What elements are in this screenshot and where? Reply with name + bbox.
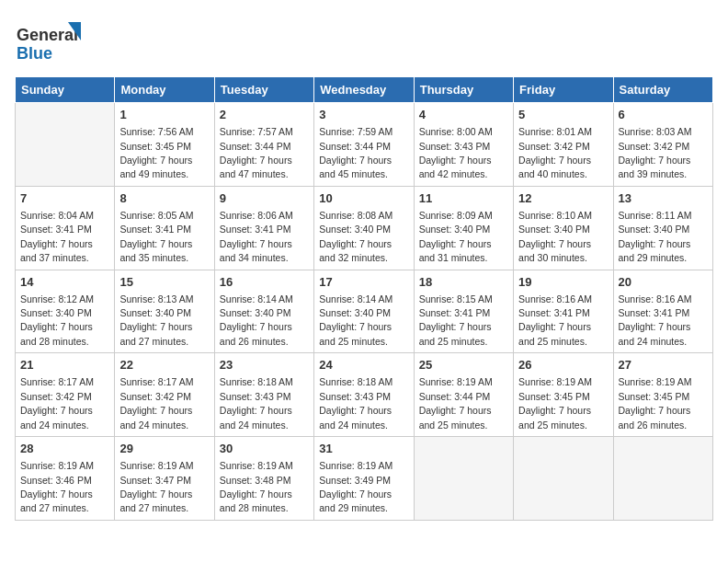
day-info: Sunrise: 7:59 AMSunset: 3:44 PMDaylight:… bbox=[319, 126, 392, 179]
week-row-4: 21 Sunrise: 8:17 AMSunset: 3:42 PMDaylig… bbox=[16, 353, 713, 437]
day-info: Sunrise: 8:16 AMSunset: 3:41 PMDaylight:… bbox=[619, 293, 692, 347]
day-number: 18 bbox=[419, 274, 508, 291]
day-info: Sunrise: 7:56 AMSunset: 3:45 PMDaylight:… bbox=[119, 126, 193, 179]
calendar-table: SundayMondayTuesdayWednesdayThursdayFrid… bbox=[15, 76, 713, 521]
calendar-cell: 19 Sunrise: 8:16 AMSunset: 3:41 PMDaylig… bbox=[514, 270, 613, 353]
day-number: 15 bbox=[119, 274, 209, 291]
day-number: 20 bbox=[619, 274, 708, 291]
calendar-cell: 13 Sunrise: 8:11 AMSunset: 3:40 PMDaylig… bbox=[613, 186, 712, 270]
day-number: 22 bbox=[119, 357, 209, 373]
calendar-cell: 6 Sunrise: 8:03 AMSunset: 3:42 PMDayligh… bbox=[613, 103, 712, 187]
day-info: Sunrise: 7:57 AMSunset: 3:44 PMDaylight:… bbox=[220, 126, 293, 179]
day-number: 19 bbox=[518, 274, 608, 291]
calendar-cell: 26 Sunrise: 8:19 AMSunset: 3:45 PMDaylig… bbox=[514, 353, 613, 437]
calendar-cell: 22 Sunrise: 8:17 AMSunset: 3:42 PMDaylig… bbox=[115, 353, 214, 437]
day-number: 1 bbox=[119, 107, 209, 123]
logo: General Blue bbox=[15, 15, 88, 69]
day-info: Sunrise: 8:10 AMSunset: 3:40 PMDaylight:… bbox=[518, 210, 592, 263]
day-info: Sunrise: 8:17 AMSunset: 3:42 PMDaylight:… bbox=[119, 376, 193, 430]
day-number: 29 bbox=[119, 441, 209, 457]
calendar-cell: 1 Sunrise: 7:56 AMSunset: 3:45 PMDayligh… bbox=[115, 103, 214, 187]
day-number: 7 bbox=[20, 190, 109, 207]
calendar-cell: 23 Sunrise: 8:18 AMSunset: 3:43 PMDaylig… bbox=[214, 353, 313, 437]
calendar-cell: 14 Sunrise: 8:12 AMSunset: 3:40 PMDaylig… bbox=[16, 270, 115, 353]
day-info: Sunrise: 8:19 AMSunset: 3:45 PMDaylight:… bbox=[518, 376, 592, 430]
day-info: Sunrise: 8:19 AMSunset: 3:46 PMDaylight:… bbox=[20, 460, 94, 513]
day-number: 8 bbox=[119, 190, 209, 207]
day-info: Sunrise: 8:19 AMSunset: 3:47 PMDaylight:… bbox=[119, 460, 193, 513]
day-info: Sunrise: 8:09 AMSunset: 3:40 PMDaylight:… bbox=[419, 210, 493, 263]
day-info: Sunrise: 8:18 AMSunset: 3:43 PMDaylight:… bbox=[319, 376, 392, 430]
day-number: 16 bbox=[220, 274, 309, 291]
header-day-friday: Friday bbox=[514, 77, 613, 103]
day-info: Sunrise: 8:05 AMSunset: 3:41 PMDaylight:… bbox=[119, 210, 193, 263]
calendar-cell bbox=[414, 437, 513, 521]
day-number: 21 bbox=[20, 357, 109, 373]
calendar-cell: 18 Sunrise: 8:15 AMSunset: 3:41 PMDaylig… bbox=[414, 270, 513, 353]
calendar-cell: 20 Sunrise: 8:16 AMSunset: 3:41 PMDaylig… bbox=[613, 270, 712, 353]
day-info: Sunrise: 8:14 AMSunset: 3:40 PMDaylight:… bbox=[220, 293, 293, 347]
day-info: Sunrise: 8:19 AMSunset: 3:44 PMDaylight:… bbox=[419, 376, 493, 430]
week-row-5: 28 Sunrise: 8:19 AMSunset: 3:46 PMDaylig… bbox=[16, 437, 713, 521]
header-day-wednesday: Wednesday bbox=[314, 77, 414, 103]
day-number: 25 bbox=[419, 357, 508, 373]
calendar-cell: 31 Sunrise: 8:19 AMSunset: 3:49 PMDaylig… bbox=[314, 437, 414, 521]
day-number: 4 bbox=[419, 107, 508, 123]
day-info: Sunrise: 8:16 AMSunset: 3:41 PMDaylight:… bbox=[518, 293, 592, 347]
day-number: 11 bbox=[419, 190, 508, 207]
calendar-cell: 24 Sunrise: 8:18 AMSunset: 3:43 PMDaylig… bbox=[314, 353, 414, 437]
day-number: 17 bbox=[319, 274, 408, 291]
svg-text:General: General bbox=[17, 26, 78, 44]
calendar-cell: 3 Sunrise: 7:59 AMSunset: 3:44 PMDayligh… bbox=[314, 103, 414, 187]
calendar-cell: 16 Sunrise: 8:14 AMSunset: 3:40 PMDaylig… bbox=[214, 270, 313, 353]
calendar-cell: 9 Sunrise: 8:06 AMSunset: 3:41 PMDayligh… bbox=[214, 186, 313, 270]
day-info: Sunrise: 8:13 AMSunset: 3:40 PMDaylight:… bbox=[119, 293, 193, 347]
day-number: 31 bbox=[319, 441, 408, 457]
day-info: Sunrise: 8:15 AMSunset: 3:41 PMDaylight:… bbox=[419, 293, 493, 347]
logo-icon: General Blue bbox=[15, 15, 88, 65]
day-info: Sunrise: 8:19 AMSunset: 3:49 PMDaylight:… bbox=[319, 460, 392, 513]
day-number: 27 bbox=[619, 357, 708, 373]
calendar-cell: 28 Sunrise: 8:19 AMSunset: 3:46 PMDaylig… bbox=[16, 437, 115, 521]
day-info: Sunrise: 8:17 AMSunset: 3:42 PMDaylight:… bbox=[20, 376, 94, 430]
day-info: Sunrise: 8:14 AMSunset: 3:40 PMDaylight:… bbox=[319, 293, 392, 347]
calendar-cell: 5 Sunrise: 8:01 AMSunset: 3:42 PMDayligh… bbox=[514, 103, 613, 187]
day-info: Sunrise: 8:04 AMSunset: 3:41 PMDaylight:… bbox=[20, 210, 94, 263]
day-number: 2 bbox=[220, 107, 309, 123]
calendar-cell: 25 Sunrise: 8:19 AMSunset: 3:44 PMDaylig… bbox=[414, 353, 513, 437]
calendar-cell: 4 Sunrise: 8:00 AMSunset: 3:43 PMDayligh… bbox=[414, 103, 513, 187]
calendar-cell: 29 Sunrise: 8:19 AMSunset: 3:47 PMDaylig… bbox=[115, 437, 214, 521]
day-number: 9 bbox=[220, 190, 309, 207]
header-row: SundayMondayTuesdayWednesdayThursdayFrid… bbox=[16, 77, 713, 103]
calendar-cell: 2 Sunrise: 7:57 AMSunset: 3:44 PMDayligh… bbox=[214, 103, 313, 187]
day-info: Sunrise: 8:12 AMSunset: 3:40 PMDaylight:… bbox=[20, 293, 94, 347]
calendar-cell: 17 Sunrise: 8:14 AMSunset: 3:40 PMDaylig… bbox=[314, 270, 414, 353]
header-day-tuesday: Tuesday bbox=[214, 77, 313, 103]
calendar-cell bbox=[16, 103, 115, 187]
day-info: Sunrise: 8:06 AMSunset: 3:41 PMDaylight:… bbox=[220, 210, 293, 263]
day-number: 12 bbox=[518, 190, 608, 207]
day-number: 3 bbox=[319, 107, 408, 123]
day-info: Sunrise: 8:03 AMSunset: 3:42 PMDaylight:… bbox=[619, 126, 692, 179]
week-row-1: 1 Sunrise: 7:56 AMSunset: 3:45 PMDayligh… bbox=[16, 103, 713, 187]
day-number: 23 bbox=[220, 357, 309, 373]
header-day-thursday: Thursday bbox=[414, 77, 513, 103]
day-number: 10 bbox=[319, 190, 408, 207]
calendar-cell: 10 Sunrise: 8:08 AMSunset: 3:40 PMDaylig… bbox=[314, 186, 414, 270]
day-number: 13 bbox=[619, 190, 708, 207]
header-day-monday: Monday bbox=[115, 77, 214, 103]
day-info: Sunrise: 8:11 AMSunset: 3:40 PMDaylight:… bbox=[619, 210, 692, 263]
week-row-2: 7 Sunrise: 8:04 AMSunset: 3:41 PMDayligh… bbox=[16, 186, 713, 270]
day-info: Sunrise: 8:19 AMSunset: 3:48 PMDaylight:… bbox=[220, 460, 293, 513]
day-number: 28 bbox=[20, 441, 109, 457]
header-day-saturday: Saturday bbox=[613, 77, 712, 103]
day-info: Sunrise: 8:00 AMSunset: 3:43 PMDaylight:… bbox=[419, 126, 493, 179]
calendar-cell: 21 Sunrise: 8:17 AMSunset: 3:42 PMDaylig… bbox=[16, 353, 115, 437]
logo-content: General Blue bbox=[15, 15, 88, 69]
day-info: Sunrise: 8:18 AMSunset: 3:43 PMDaylight:… bbox=[220, 376, 293, 430]
calendar-cell: 15 Sunrise: 8:13 AMSunset: 3:40 PMDaylig… bbox=[115, 270, 214, 353]
calendar-cell bbox=[613, 437, 712, 521]
calendar-cell: 27 Sunrise: 8:19 AMSunset: 3:45 PMDaylig… bbox=[613, 353, 712, 437]
page-header: General Blue bbox=[15, 15, 713, 69]
day-number: 6 bbox=[619, 107, 708, 123]
